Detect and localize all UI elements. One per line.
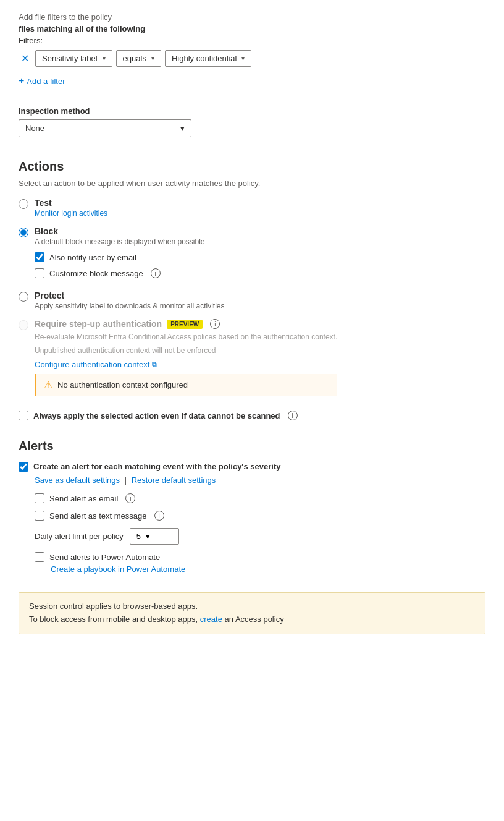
- notify-email-checkbox[interactable]: [35, 252, 44, 262]
- external-link-icon: ⧉: [152, 360, 157, 368]
- send-email-alert-item: Send alert as email i: [35, 493, 485, 503]
- inspection-dropdown[interactable]: None ▾: [19, 119, 191, 137]
- power-automate-link-container: Create a playbook in Power Automate: [51, 564, 485, 574]
- send-email-alert-checkbox[interactable]: [35, 493, 44, 503]
- block-option-content: Block A default block message is display…: [35, 226, 205, 246]
- actions-subtitle: Select an action to be applied when user…: [19, 179, 485, 188]
- equals-label-text: equals: [123, 54, 146, 63]
- warning-icon: ⚠: [44, 379, 52, 391]
- chevron-down-icon: ▾: [103, 55, 106, 62]
- info-icon[interactable]: i: [151, 268, 161, 278]
- filter-value-dropdown[interactable]: Highly confidential ▾: [165, 50, 252, 67]
- info-icon[interactable]: i: [125, 493, 135, 503]
- chevron-down-icon: ▾: [151, 55, 154, 62]
- create-alert-checkbox[interactable]: [19, 462, 28, 472]
- plus-icon: +: [19, 75, 24, 87]
- create-link-text: create: [200, 615, 222, 624]
- files-matching-label: files matching all of the following: [19, 24, 485, 33]
- info-icon[interactable]: i: [288, 410, 298, 420]
- step-up-radio[interactable]: [19, 320, 28, 330]
- create-playbook-link[interactable]: Create a playbook in Power Automate: [51, 564, 185, 574]
- protect-option-content: Protect Apply sensitivity label to downl…: [35, 291, 224, 310]
- step-up-desc-line2: Unpublished authentication context will …: [35, 345, 337, 356]
- filter-value-text: Highly confidential: [172, 54, 237, 63]
- always-apply-section: Always apply the selected action even if…: [19, 410, 485, 420]
- alert-sub-options: Send alert as email i Send alert as text…: [35, 493, 485, 574]
- chevron-down-icon: ▾: [180, 124, 185, 133]
- session-info-line1: Session control applies to browser-based…: [29, 600, 475, 613]
- restore-default-link[interactable]: Restore default settings: [132, 475, 216, 485]
- test-radio[interactable]: [19, 199, 28, 209]
- daily-limit-row: Daily alert limit per policy 5 ▾: [35, 528, 485, 545]
- block-desc: A default block message is displayed whe…: [35, 237, 205, 246]
- block-radio-item: Block A default block message is display…: [19, 226, 485, 278]
- daily-limit-dropdown[interactable]: 5 ▾: [130, 528, 179, 545]
- power-automate-checkbox[interactable]: [35, 552, 44, 562]
- customize-block-label: Customize block message: [49, 269, 143, 278]
- create-alert-label: Create an alert for each matching event …: [33, 462, 280, 471]
- actions-section: Actions Select an action to be applied w…: [19, 160, 485, 420]
- info-icon[interactable]: i: [210, 319, 220, 329]
- block-sub-options: Also notify user by email Customize bloc…: [35, 252, 485, 278]
- create-access-policy-link[interactable]: create: [200, 615, 222, 624]
- configure-auth-link-text: Configure authentication context: [35, 360, 149, 369]
- filter-close-button[interactable]: ✕: [19, 51, 32, 66]
- add-filters-label: Add file filters to the policy: [19, 12, 485, 22]
- info-icon[interactable]: i: [154, 511, 164, 521]
- alerts-section: Alerts Create an alert for each matching…: [19, 439, 485, 574]
- protect-radio[interactable]: [19, 292, 28, 302]
- equals-dropdown[interactable]: equals ▾: [116, 50, 161, 67]
- inspection-section: Inspection method None ▾: [19, 106, 485, 137]
- filters-prefix: Filters:: [19, 36, 485, 45]
- protect-label: Protect: [35, 291, 224, 300]
- chevron-down-icon: ▾: [146, 532, 150, 541]
- step-up-desc-line1: Re-evaluate Microsoft Entra Conditional …: [35, 331, 337, 342]
- step-up-item: Require step-up authentication PREVIEW i…: [19, 319, 485, 396]
- test-label: Test: [35, 198, 107, 208]
- notify-email-checkbox-item: Also notify user by email: [35, 252, 485, 262]
- link-separator: |: [125, 475, 127, 485]
- filter-row: ✕ Sensitivity label ▾ equals ▾ Highly co…: [19, 50, 485, 67]
- step-up-content: Require step-up authentication PREVIEW i…: [35, 319, 337, 396]
- test-option-content: Test Monitor login activities: [35, 198, 107, 218]
- send-text-alert-item: Send alert as text message i: [35, 511, 485, 521]
- alert-settings-links: Save as default settings | Restore defau…: [35, 475, 485, 485]
- configure-auth-link[interactable]: Configure authentication context ⧉: [35, 360, 157, 369]
- close-icon: ✕: [21, 53, 29, 64]
- test-desc: Monitor login activities: [35, 209, 107, 218]
- test-radio-item: Test Monitor login activities: [19, 198, 485, 218]
- add-filter-label: Add a filter: [27, 77, 65, 86]
- daily-limit-value: 5: [136, 532, 141, 541]
- send-email-alert-label: Send alert as email: [49, 494, 118, 503]
- session-info-box: Session control applies to browser-based…: [19, 592, 485, 634]
- create-alert-item: Create an alert for each matching event …: [19, 462, 485, 472]
- always-apply-checkbox[interactable]: [19, 410, 28, 420]
- preview-badge: PREVIEW: [167, 320, 203, 329]
- send-text-alert-label: Send alert as text message: [49, 511, 147, 521]
- customize-block-checkbox-item: Customize block message i: [35, 268, 485, 278]
- power-automate-label: Send alerts to Power Automate: [49, 553, 160, 562]
- sensitivity-label-dropdown[interactable]: Sensitivity label ▾: [35, 50, 112, 67]
- notify-email-label: Also notify user by email: [49, 253, 136, 262]
- daily-limit-label: Daily alert limit per policy: [35, 532, 124, 541]
- sensitivity-label-text: Sensitivity label: [42, 54, 98, 63]
- save-default-link[interactable]: Save as default settings: [35, 475, 120, 485]
- actions-radio-group: Test Monitor login activities Block A de…: [19, 198, 485, 396]
- inspection-label: Inspection method: [19, 106, 485, 116]
- always-apply-label: Always apply the selected action even if…: [33, 411, 280, 420]
- session-info-line2: To block access from mobile and desktop …: [29, 613, 475, 626]
- warning-text: No authentication context configured: [57, 380, 188, 389]
- session-info-line2-suffix: an Access policy: [225, 615, 284, 624]
- inspection-value: None: [25, 124, 44, 133]
- alerts-heading: Alerts: [19, 439, 485, 453]
- power-automate-checkbox-item: Send alerts to Power Automate: [35, 552, 485, 562]
- warning-box: ⚠ No authentication context configured: [35, 374, 337, 396]
- send-text-alert-checkbox[interactable]: [35, 511, 44, 521]
- power-automate-section: Send alerts to Power Automate Create a p…: [35, 552, 485, 574]
- block-label: Block: [35, 226, 205, 236]
- chevron-down-icon: ▾: [242, 55, 245, 62]
- customize-block-checkbox[interactable]: [35, 268, 44, 278]
- block-radio[interactable]: [19, 228, 28, 237]
- add-filter-button[interactable]: + Add a filter: [19, 74, 65, 88]
- protect-radio-item: Protect Apply sensitivity label to downl…: [19, 291, 485, 310]
